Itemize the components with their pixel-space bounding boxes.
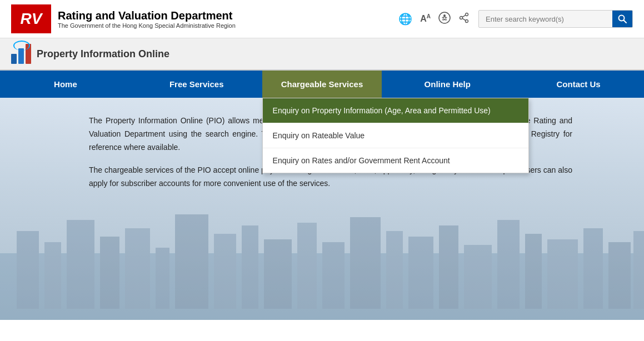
svg-rect-31 — [608, 242, 631, 309]
svg-rect-22 — [350, 217, 381, 309]
svg-rect-27 — [497, 220, 520, 309]
svg-point-4 — [460, 16, 463, 19]
search-button[interactable] — [612, 11, 632, 27]
bar1 — [11, 54, 17, 64]
svg-rect-16 — [175, 214, 208, 309]
search-bar — [478, 10, 633, 28]
svg-rect-14 — [125, 228, 150, 309]
nav-item-free-services[interactable]: Free Services — [131, 71, 262, 98]
nav-item-chargeable-services-container: Chargeable Services Enquiry on Property … — [262, 71, 382, 98]
svg-rect-25 — [439, 225, 458, 309]
svg-line-8 — [624, 21, 627, 23]
share-icon[interactable] — [458, 12, 470, 26]
accessibility-icon[interactable] — [438, 12, 451, 27]
svg-rect-18 — [242, 225, 258, 309]
bar-chart-icon-wrapper — [11, 44, 31, 64]
svg-rect-13 — [100, 237, 119, 309]
sub-header: Property Information Online — [0, 38, 644, 71]
svg-rect-24 — [408, 237, 433, 309]
nav-item-online-help[interactable]: Online Help — [382, 71, 513, 98]
svg-point-3 — [466, 19, 468, 22]
globe-icon[interactable]: 🌐 — [398, 12, 412, 26]
svg-rect-19 — [264, 239, 292, 309]
svg-rect-30 — [583, 228, 603, 309]
arc-line — [13, 41, 30, 51]
svg-rect-28 — [525, 234, 542, 309]
svg-rect-20 — [297, 223, 317, 309]
department-name: Rating and Valuation Department — [58, 9, 236, 22]
svg-rect-15 — [156, 248, 169, 309]
chargeable-services-dropdown: Enquiry on Property Information (Age, Ar… — [262, 98, 529, 173]
svg-rect-32 — [633, 231, 644, 309]
nav-item-contact-us[interactable]: Contact Us — [513, 71, 644, 98]
header-right: 🌐 AA — [398, 10, 633, 28]
main-nav: Home Free Services Chargeable Services E… — [0, 71, 644, 98]
svg-rect-11 — [44, 242, 61, 309]
svg-rect-29 — [547, 239, 578, 309]
svg-rect-17 — [214, 234, 236, 309]
page-header: RV Rating and Valuation Department The G… — [0, 0, 644, 38]
svg-rect-23 — [386, 231, 403, 309]
pio-logo: Property Information Online — [11, 44, 169, 64]
svg-point-2 — [466, 13, 468, 16]
svg-line-6 — [462, 18, 466, 21]
search-input[interactable] — [479, 11, 612, 27]
dropdown-item-rates-rent[interactable]: Enquiry on Rates and/or Government Rent … — [263, 148, 528, 173]
svg-point-1 — [443, 14, 446, 17]
nav-item-chargeable-services[interactable]: Chargeable Services — [262, 71, 382, 98]
svg-rect-10 — [17, 231, 39, 309]
font-size-icon[interactable]: AA — [420, 13, 431, 24]
department-subtitle: The Government of the Hong Kong Special … — [58, 22, 236, 29]
pio-title: Property Information Online — [37, 48, 169, 60]
department-logo: RV — [11, 4, 51, 33]
header-left: RV Rating and Valuation Department The G… — [11, 4, 236, 33]
bar2 — [18, 48, 24, 64]
department-name-block: Rating and Valuation Department The Gove… — [58, 9, 236, 29]
nav-item-home[interactable]: Home — [0, 71, 131, 98]
svg-rect-12 — [67, 220, 94, 309]
utility-icons: 🌐 AA — [398, 12, 470, 27]
svg-rect-26 — [464, 245, 492, 309]
dropdown-item-property-info[interactable]: Enquiry on Property Information (Age, Ar… — [263, 98, 528, 123]
svg-line-5 — [462, 15, 466, 17]
svg-rect-21 — [322, 242, 345, 309]
svg-point-0 — [439, 12, 450, 23]
dropdown-item-rateable-value[interactable]: Enquiry on Rateable Value — [263, 123, 528, 148]
